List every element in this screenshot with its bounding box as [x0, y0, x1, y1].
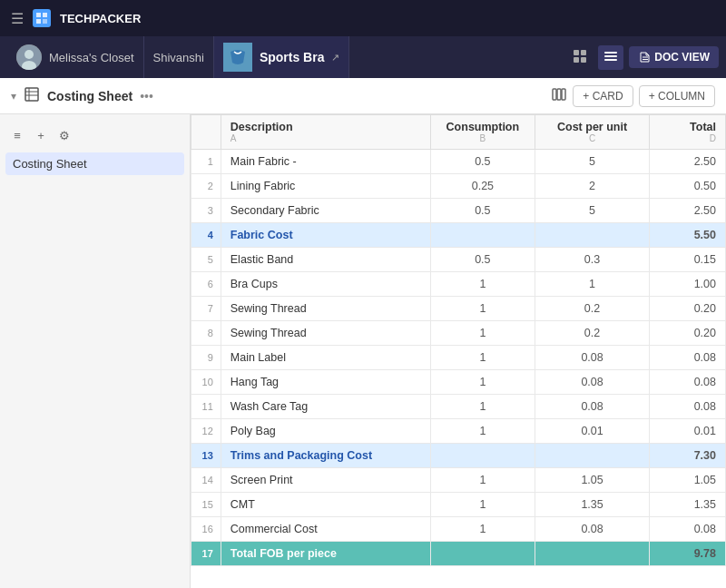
- sheet-bar-actions: + CARD + COLUMN: [551, 85, 715, 107]
- row-number: 14: [191, 468, 221, 493]
- table-row[interactable]: 11Wash Care Tag10.080.08: [191, 395, 726, 419]
- sidebar-item-costing-sheet[interactable]: Costing Sheet: [5, 152, 184, 175]
- table-row[interactable]: 15CMT11.351.35: [191, 493, 726, 517]
- row-cost-per-unit: 0.2: [535, 321, 650, 346]
- row-total: 0.20: [650, 297, 726, 321]
- app-name: TECHPACKER: [60, 12, 141, 25]
- add-card-label: + CARD: [583, 90, 623, 103]
- row-cost-per-unit: 0.3: [535, 248, 650, 272]
- table-row[interactable]: 14Screen Print11.051.05: [191, 468, 726, 493]
- breadcrumb-user[interactable]: Melissa's Closet: [7, 36, 144, 78]
- row-cost-per-unit: 0.08: [535, 370, 650, 395]
- row-consumption: [430, 444, 535, 468]
- svg-rect-3: [43, 19, 47, 24]
- row-description: Total FOB per piece: [221, 542, 430, 566]
- row-number: 6: [191, 272, 221, 297]
- table-row[interactable]: 2Lining Fabric0.2520.50: [191, 174, 726, 199]
- svg-rect-23: [562, 89, 565, 100]
- svg-rect-11: [581, 57, 586, 63]
- list-view-button[interactable]: [598, 45, 623, 70]
- row-total: 0.50: [650, 174, 726, 199]
- row-number: 1: [191, 150, 221, 174]
- breadcrumb-brand[interactable]: Shivanshi: [144, 36, 214, 78]
- row-total: 0.15: [650, 248, 726, 272]
- row-description: Fabric Cost: [221, 223, 430, 248]
- external-link-icon[interactable]: ↗: [331, 52, 339, 64]
- row-total: 9.78: [650, 542, 726, 566]
- add-card-button[interactable]: + CARD: [573, 85, 633, 107]
- collapse-icon[interactable]: ▾: [11, 90, 16, 103]
- row-cost-per-unit: [535, 223, 650, 248]
- row-description: Sewing Thread: [221, 321, 430, 346]
- doc-view-button[interactable]: DOC VIEW: [629, 46, 719, 68]
- table-row[interactable]: 3Secondary Fabric0.552.50: [191, 199, 726, 223]
- row-description: Bra Cups: [221, 272, 430, 297]
- table-row[interactable]: 17Total FOB per piece9.78: [191, 542, 726, 566]
- user-label: Melissa's Closet: [49, 51, 134, 64]
- row-consumption: 1: [430, 395, 535, 419]
- table-row[interactable]: 1Main Fabric -0.552.50: [191, 150, 726, 174]
- svg-rect-21: [553, 89, 556, 100]
- collapse-sidebar-icon[interactable]: ≡: [7, 125, 27, 145]
- svg-rect-9: [581, 50, 586, 55]
- add-column-button[interactable]: + COLUMN: [639, 85, 715, 107]
- table-row[interactable]: 9Main Label10.080.08: [191, 346, 726, 370]
- row-consumption: 1: [430, 493, 535, 517]
- row-number: 12: [191, 419, 221, 444]
- svg-point-5: [25, 50, 34, 59]
- row-total: 5.50: [650, 223, 726, 248]
- row-consumption: 1: [430, 370, 535, 395]
- row-cost-per-unit: 1.05: [535, 468, 650, 493]
- row-consumption: 1: [430, 321, 535, 346]
- sheet-bar: ▾ Costing Sheet ••• + CARD + COLUMN: [0, 78, 726, 114]
- sidebar-controls: ≡ + ⚙: [5, 122, 184, 149]
- row-consumption: 0.25: [430, 174, 535, 199]
- col-description-header: Description A: [221, 115, 430, 150]
- columns-icon[interactable]: [551, 86, 567, 105]
- row-number: 11: [191, 395, 221, 419]
- settings-sidebar-icon[interactable]: ⚙: [54, 125, 74, 145]
- table-row[interactable]: 7Sewing Thread10.20.20: [191, 297, 726, 321]
- product-thumbnail: [223, 43, 252, 72]
- col-a-label: Description: [231, 121, 293, 133]
- table-row[interactable]: 8Sewing Thread10.20.20: [191, 321, 726, 346]
- col-cost-per-unit-header: Cost per unit C: [535, 115, 650, 150]
- costing-table: Description A Consumption B Cost per uni…: [191, 114, 726, 566]
- table-row[interactable]: 10Hang Tag10.080.08: [191, 370, 726, 395]
- breadcrumb-product[interactable]: Sports Bra ↗: [214, 36, 350, 78]
- table-row[interactable]: 13Trims and Packaging Cost7.30: [191, 444, 726, 468]
- row-consumption: 1: [430, 272, 535, 297]
- product-title: Sports Bra: [260, 50, 325, 64]
- table-row[interactable]: 6Bra Cups111.00: [191, 272, 726, 297]
- row-number: 2: [191, 174, 221, 199]
- table-row[interactable]: 5Elastic Band0.50.30.15: [191, 248, 726, 272]
- hamburger-icon[interactable]: ☰: [11, 10, 24, 27]
- row-cost-per-unit: 0.01: [535, 419, 650, 444]
- grid-view-button[interactable]: [567, 45, 593, 70]
- row-consumption: [430, 542, 535, 566]
- row-consumption: 0.5: [430, 248, 535, 272]
- row-number: 7: [191, 297, 221, 321]
- sheet-title: Costing Sheet: [47, 89, 132, 103]
- svg-rect-17: [25, 88, 38, 101]
- row-description: Trims and Packaging Cost: [221, 444, 430, 468]
- svg-rect-0: [36, 13, 41, 17]
- row-total: 1.35: [650, 493, 726, 517]
- sheet-icon: [24, 86, 40, 106]
- row-total: 0.08: [650, 517, 726, 542]
- add-sidebar-item-icon[interactable]: +: [31, 125, 51, 145]
- table-row[interactable]: 4Fabric Cost5.50: [191, 223, 726, 248]
- svg-rect-12: [604, 52, 617, 54]
- sheet-menu-icon[interactable]: •••: [140, 89, 153, 103]
- svg-rect-22: [557, 89, 561, 100]
- row-consumption: 1: [430, 419, 535, 444]
- row-cost-per-unit: 0.08: [535, 517, 650, 542]
- table-row[interactable]: 12Poly Bag10.010.01: [191, 419, 726, 444]
- col-c-label: Cost per unit: [557, 121, 627, 133]
- view-controls: DOC VIEW: [567, 45, 719, 70]
- row-description: Wash Care Tag: [221, 395, 430, 419]
- col-consumption-header: Consumption B: [430, 115, 535, 150]
- row-total: 7.30: [650, 444, 726, 468]
- table-row[interactable]: 16Commercial Cost10.080.08: [191, 517, 726, 542]
- row-number: 8: [191, 321, 221, 346]
